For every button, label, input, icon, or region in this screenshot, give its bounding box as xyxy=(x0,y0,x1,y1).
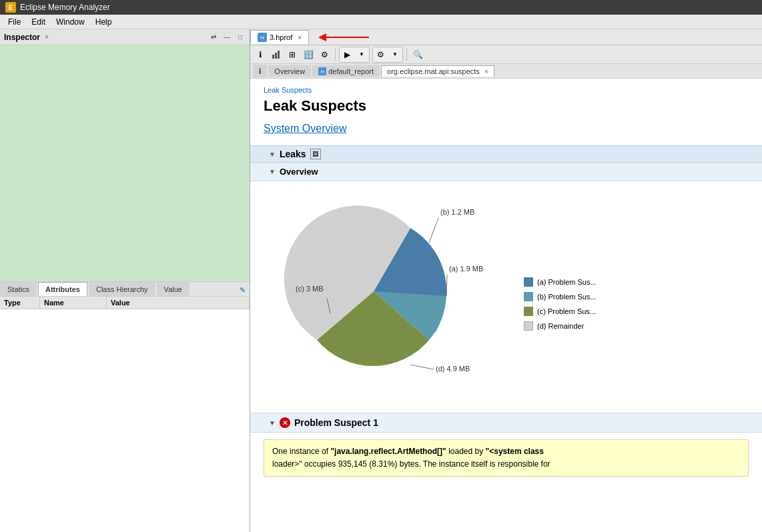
col-name: Name xyxy=(40,297,107,309)
inspector-sync-btn[interactable]: ⇄ xyxy=(208,32,219,43)
pie-chart-container: (b) 1.2 MB (a) 1.9 MB (c) 3 MB (d) 4.9 M… xyxy=(270,195,484,399)
legend-color-b xyxy=(524,292,533,301)
svg-rect-2 xyxy=(275,53,277,59)
inspector-minimize-btn[interactable]: — xyxy=(222,32,232,43)
app-icon: E xyxy=(5,2,16,13)
chart-legend: (a) Problem Sus... (b) Problem Sus... (c… xyxy=(524,277,597,331)
toolbar-run-group: ▶ ▼ xyxy=(339,47,370,63)
toolbar-run-btn[interactable]: ▶ xyxy=(340,47,354,62)
toolbar-search-btn[interactable]: 🔍 xyxy=(410,47,425,62)
desc-bold2: "<system class xyxy=(486,447,544,456)
page-title: Leak Suspects xyxy=(264,97,749,115)
label-b: (b) 1.2 MB xyxy=(440,208,474,216)
toolbar: ℹ ⊞ 🔢 ⚙ ▶ ▼ ⚙ ▼ 🔍 xyxy=(250,45,762,64)
tab-statics[interactable]: Statics xyxy=(0,282,37,296)
desc-pre1: One instance of xyxy=(272,447,330,456)
tab-edit-btn[interactable]: ✎ xyxy=(236,285,250,296)
menu-bar: File Edit Window Help xyxy=(0,15,762,29)
legend-label-d: (d) Remainder xyxy=(537,322,584,330)
svg-line-5 xyxy=(446,275,447,296)
svg-line-4 xyxy=(429,218,438,243)
menu-file[interactable]: File xyxy=(3,16,26,28)
inner-tab-suspects-close[interactable]: × xyxy=(484,68,488,75)
problem-text-box: One instance of "java.lang.reflect.ArtMe… xyxy=(264,439,749,477)
legend-label-c: (c) Problem Sus... xyxy=(537,307,596,315)
leaks-title: Leaks xyxy=(280,149,306,159)
error-icon: ✕ xyxy=(280,417,290,428)
inner-tab-info-icon: i xyxy=(259,67,261,76)
overview-title: Overview xyxy=(280,167,318,177)
problem-suspect-header[interactable]: ▼ ✕ Problem Suspect 1 xyxy=(250,413,762,433)
legend-item-c: (c) Problem Sus... xyxy=(524,307,597,316)
inner-tab-overview-label: Overview xyxy=(274,67,305,75)
inner-tab-suspects[interactable]: org.eclipse.mat.api:suspects × xyxy=(381,65,494,77)
menu-help[interactable]: Help xyxy=(90,16,117,28)
toolbar-num-btn[interactable]: 🔢 xyxy=(301,47,316,62)
chart-area: (b) 1.2 MB (a) 1.9 MB (c) 3 MB (d) 4.9 M… xyxy=(264,181,749,413)
legend-item-b: (b) Problem Sus... xyxy=(524,292,597,301)
content-area: Leak Suspects Leak Suspects System Overv… xyxy=(250,79,762,532)
toolbar-link-btn[interactable]: ⊞ xyxy=(285,47,300,62)
default-report-icon: H xyxy=(318,67,326,75)
inner-tab-default-report[interactable]: H default_report xyxy=(312,65,380,77)
inspector-table: Type Name Value xyxy=(0,297,250,533)
inspector-title-row: Inspector × xyxy=(4,33,51,42)
legend-item-a: (a) Problem Sus... xyxy=(524,277,597,287)
leaks-section-header[interactable]: ▼ Leaks 🖼 xyxy=(250,145,762,163)
system-overview-link[interactable]: System Overview xyxy=(264,123,749,135)
table-headers: Type Name Value xyxy=(0,297,250,309)
toolbar-info-btn[interactable]: ℹ xyxy=(253,47,268,62)
problem-desc-line1: One instance of "java.lang.reflect.ArtMe… xyxy=(272,445,740,458)
menu-window[interactable]: Window xyxy=(51,16,90,28)
red-arrow-svg xyxy=(316,29,376,45)
inspector-header: Inspector × ⇄ — □ xyxy=(0,29,250,45)
file-tab-hprof[interactable]: H 3.hprof × xyxy=(250,30,309,44)
inner-tab-bar: i Overview H default_report org.eclipse.… xyxy=(250,64,762,79)
right-panel: H 3.hprof × ℹ xyxy=(250,29,762,532)
file-tab-close[interactable]: × xyxy=(298,34,302,41)
tab-attributes[interactable]: Attributes xyxy=(38,282,87,296)
breadcrumb[interactable]: Leak Suspects xyxy=(264,86,312,94)
overview-subsection-header[interactable]: ▼ Overview xyxy=(250,163,762,181)
col-value: Value xyxy=(107,297,250,309)
inspector-title: Inspector xyxy=(4,33,40,42)
inner-tab-default-report-label: default_report xyxy=(328,67,374,75)
toolbar-sep1 xyxy=(335,49,336,61)
svg-rect-3 xyxy=(278,51,280,59)
overview-subsection: ▼ Overview xyxy=(264,163,749,413)
svg-rect-1 xyxy=(272,55,274,59)
inspector-maximize-btn[interactable]: □ xyxy=(235,32,246,43)
inner-tab-info[interactable]: i xyxy=(253,65,267,77)
problem-arrow: ▼ xyxy=(269,419,276,427)
legend-label-b: (b) Problem Sus... xyxy=(537,293,597,301)
legend-color-d xyxy=(524,321,533,331)
toolbar-gear-btn[interactable]: ⚙ xyxy=(317,47,332,62)
toolbar-chart-btn[interactable] xyxy=(269,47,284,62)
tab-value[interactable]: Value xyxy=(157,282,189,296)
tab-class-hierarchy[interactable]: Class Hierarchy xyxy=(89,282,155,296)
toolbar-settings-btn[interactable]: ⚙ xyxy=(373,47,388,62)
main-layout: Inspector × ⇄ — □ Statics Attributes Cla… xyxy=(0,29,762,532)
inspector-panel: Inspector × ⇄ — □ Statics Attributes Cla… xyxy=(0,29,250,532)
inspector-tabs: Statics Attributes Class Hierarchy Value… xyxy=(0,281,250,297)
leaks-image-icon[interactable]: 🖼 xyxy=(310,149,321,159)
inspector-green-area xyxy=(0,45,250,281)
inspector-controls: ⇄ — □ xyxy=(208,32,246,43)
problem-title: Problem Suspect 1 xyxy=(294,417,378,428)
toolbar-settings-group: ⚙ ▼ xyxy=(372,47,403,63)
desc-bold1: "java.lang.reflect.ArtMethod[]" xyxy=(330,447,446,456)
pie-chart-main: (b) 1.2 MB (a) 1.9 MB (c) 3 MB (d) 4.9 M… xyxy=(270,195,484,395)
leaks-arrow: ▼ xyxy=(269,151,276,158)
content-inner: Leak Suspects Leak Suspects System Overv… xyxy=(250,79,762,490)
menu-edit[interactable]: Edit xyxy=(26,16,51,28)
toolbar-settings-dropdown[interactable]: ▼ xyxy=(388,47,402,62)
col-type: Type xyxy=(0,297,40,309)
hprof-icon: H xyxy=(258,33,267,42)
title-bar: E Eclipse Memory Analyzer xyxy=(0,0,762,15)
inspector-close[interactable]: × xyxy=(43,33,51,41)
inner-tab-overview[interactable]: Overview xyxy=(268,65,311,77)
file-tab-bar: H 3.hprof × xyxy=(250,29,762,45)
legend-label-a: (a) Problem Sus... xyxy=(537,278,597,286)
chart-icon xyxy=(272,50,281,59)
toolbar-run-dropdown[interactable]: ▼ xyxy=(354,47,369,62)
